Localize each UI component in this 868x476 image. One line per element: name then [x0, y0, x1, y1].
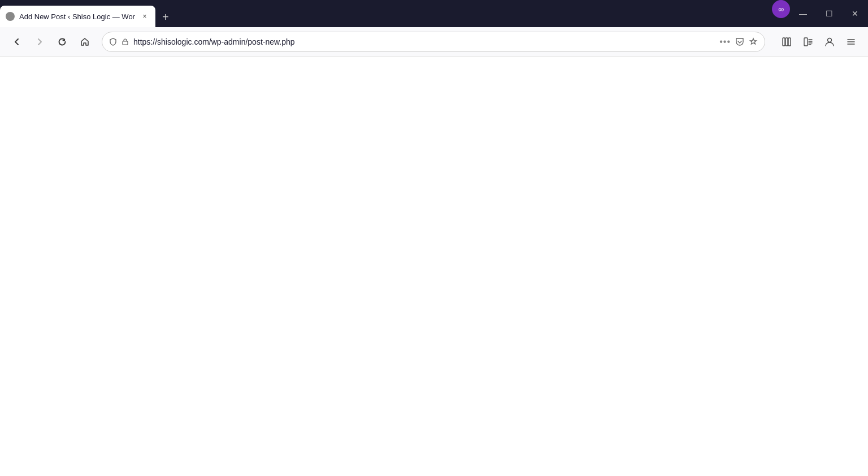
reload-button[interactable] — [52, 32, 72, 52]
new-tab-button[interactable]: + — [155, 7, 176, 27]
tab-favicon — [6, 12, 15, 21]
address-bar[interactable]: ••• — [102, 32, 765, 52]
address-bar-more[interactable]: ••• — [719, 37, 731, 47]
tab-title: Add New Post ‹ Shiso Logic — Wor — [19, 12, 135, 21]
reader-view-button[interactable] — [798, 32, 818, 52]
svg-rect-4 — [804, 38, 808, 46]
menu-button[interactable] — [841, 32, 861, 52]
menu-icon — [846, 37, 856, 47]
tab-strip: Add New Post ‹ Shiso Logic — Wor × + — [0, 0, 770, 27]
collections-button[interactable] — [776, 32, 797, 52]
navigation-toolbar: ••• — [0, 27, 868, 57]
reader-icon — [803, 37, 813, 47]
account-icon — [824, 37, 835, 47]
svg-rect-2 — [785, 38, 788, 46]
shield-icon — [109, 38, 117, 46]
svg-point-5 — [828, 38, 832, 42]
account-button[interactable] — [819, 32, 840, 52]
collections-icon — [782, 37, 792, 47]
svg-rect-3 — [788, 38, 791, 46]
url-input[interactable] — [133, 37, 715, 46]
pocket-icon[interactable] — [735, 37, 744, 46]
forward-icon — [34, 37, 45, 47]
svg-rect-0 — [123, 41, 128, 45]
home-icon — [80, 37, 90, 47]
mask-symbol: ∞ — [778, 5, 784, 14]
svg-rect-1 — [783, 38, 785, 46]
page-content — [0, 57, 868, 476]
back-icon — [12, 37, 22, 47]
home-button[interactable] — [75, 32, 95, 52]
tab-close-button[interactable]: × — [140, 11, 150, 21]
close-button[interactable]: ✕ — [842, 0, 868, 27]
title-bar: Add New Post ‹ Shiso Logic — Wor × + ∞ —… — [0, 0, 868, 27]
mask-icon[interactable]: ∞ — [772, 0, 790, 18]
lock-icon — [121, 38, 129, 45]
active-tab[interactable]: Add New Post ‹ Shiso Logic — Wor × — [0, 6, 155, 27]
reload-icon — [57, 37, 67, 47]
side-tools — [776, 32, 861, 52]
maximize-button[interactable]: ☐ — [816, 0, 842, 27]
minimize-button[interactable]: — — [790, 0, 816, 27]
bookmark-star-icon[interactable] — [749, 37, 758, 46]
back-button[interactable] — [7, 32, 27, 52]
window-controls: — ☐ ✕ — [790, 0, 868, 27]
forward-button[interactable] — [29, 32, 50, 52]
